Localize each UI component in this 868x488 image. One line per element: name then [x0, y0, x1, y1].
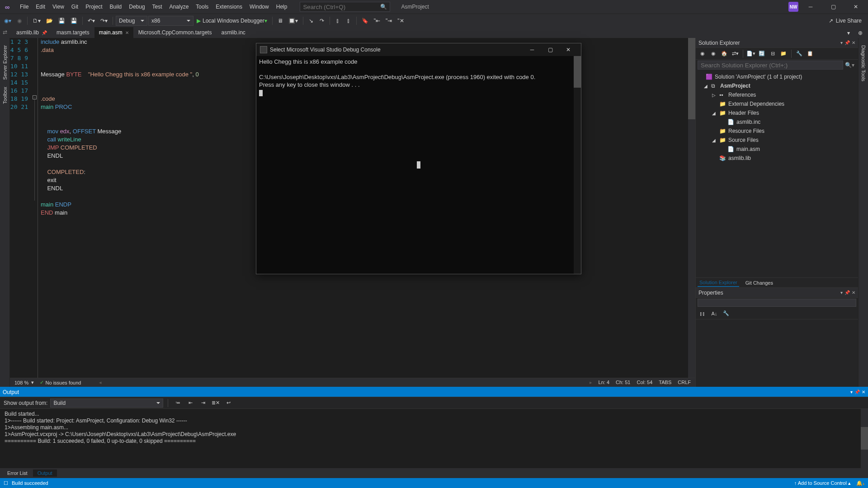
console-output[interactable]: Hello Chegg this is x86 example code C:\… — [256, 56, 581, 274]
console-vscrollbar[interactable] — [574, 56, 581, 274]
solution-search[interactable]: 🔍▾ — [696, 60, 858, 70]
tree-solution-node[interactable]: 🟪Solution 'AsmProject' (1 of 1 project) — [696, 72, 858, 81]
nav-back-button[interactable]: ◉▾ — [2, 16, 14, 26]
minimize-button[interactable]: ─ — [800, 0, 821, 14]
switch-views-icon[interactable]: ⇄▾ — [730, 49, 740, 59]
tab-main-asm[interactable]: main.asm✕ — [94, 27, 133, 38]
line-ending-label[interactable]: CRLF — [678, 380, 691, 385]
toolbox-tab[interactable]: Toolbox — [1, 83, 9, 108]
preview-icon[interactable]: 📋 — [805, 49, 815, 59]
panel-close-icon[interactable]: ✕ — [852, 290, 855, 295]
tree-resources-node[interactable]: 📁Resource Files — [696, 127, 858, 136]
console-close-button[interactable]: ✕ — [559, 43, 577, 56]
panel-dropdown-icon[interactable]: ▾ — [850, 389, 853, 394]
home-icon[interactable]: 🏠 — [719, 49, 729, 59]
menu-file[interactable]: File — [16, 4, 32, 10]
categorize-icon[interactable]: ⫿⫿ — [698, 309, 708, 319]
start-debug-button[interactable]: ▶ Local Windows Debugger ▾ — [194, 16, 269, 26]
browser-button[interactable]: 🖥 — [275, 16, 285, 26]
source-control-button[interactable]: ↑ Add to Source Control ▴ — [794, 480, 851, 486]
menu-git[interactable]: Git — [68, 4, 82, 10]
bookmark-clear-icon[interactable]: "✕ — [395, 16, 406, 26]
filter-icon[interactable]: 📄▾ — [746, 49, 756, 59]
menu-test[interactable]: Test — [149, 4, 166, 10]
tree-asmlib-inc-node[interactable]: 📄asmlib.inc — [696, 117, 858, 127]
solution-search-input[interactable] — [698, 61, 843, 70]
diagnostic-tools-tab[interactable]: Diagnostic Tools — [860, 42, 867, 85]
find-message-icon[interactable]: ≔ — [173, 398, 183, 408]
output-vscrollbar[interactable] — [861, 409, 868, 468]
panel-close-icon[interactable]: ✕ — [862, 389, 865, 394]
fwd-nav-icon[interactable]: ◉ — [708, 49, 718, 59]
step-over-icon[interactable]: ↷ — [317, 16, 327, 26]
panel-dropdown-icon[interactable]: ▾ — [840, 40, 843, 45]
tree-sources-node[interactable]: ◢📁Source Files — [696, 136, 858, 145]
output-tab[interactable]: Output — [33, 469, 57, 477]
output-source-dropdown[interactable]: Build — [50, 399, 163, 408]
menu-analyze[interactable]: Analyze — [166, 4, 193, 10]
maximize-button[interactable]: ▢ — [823, 0, 844, 14]
word-wrap-icon[interactable]: ↩ — [223, 398, 233, 408]
undo-button[interactable]: ↶▾ — [85, 16, 97, 26]
tree-headers-node[interactable]: ◢📁Header Files — [696, 108, 858, 117]
account-avatar[interactable]: NW — [788, 2, 798, 12]
collapse-all-icon[interactable]: ⊟ — [768, 49, 778, 59]
tab-masm-targets[interactable]: masm.targets — [52, 27, 94, 38]
output-text[interactable]: Build started... 1>------ Build started:… — [0, 409, 868, 468]
step-into-icon[interactable]: ↘ — [306, 16, 316, 26]
editor-vscrollbar[interactable] — [688, 38, 695, 378]
clear-output-icon[interactable]: ≣✕ — [211, 398, 221, 408]
prev-message-icon[interactable]: ⇤ — [185, 398, 195, 408]
new-project-button[interactable]: 🗋▾ — [30, 16, 43, 26]
save-all-button[interactable]: 💾 — [68, 16, 80, 26]
bookmark-prev-icon[interactable]: "⇤ — [372, 16, 382, 26]
search-input[interactable] — [303, 4, 380, 10]
notifications-icon[interactable]: 🔔₁ — [856, 480, 864, 486]
properties-icon[interactable]: 🔧 — [794, 49, 804, 59]
tab-cppcommon-targets[interactable]: Microsoft.CppCommon.targets — [134, 27, 217, 38]
tree-project-node[interactable]: ◢⧉AsmProject — [696, 81, 858, 90]
tree-extdeps-node[interactable]: 📁External Dependencies — [696, 99, 858, 108]
property-pages-icon[interactable]: 🔧 — [721, 309, 731, 319]
redo-button[interactable]: ↷▾ — [98, 16, 110, 26]
panel-pin-icon[interactable]: 📌 — [844, 40, 850, 45]
open-file-button[interactable]: 📂 — [44, 16, 55, 26]
next-message-icon[interactable]: ⇥ — [198, 398, 208, 408]
panel-dropdown-icon[interactable]: ▾ — [840, 290, 843, 295]
tree-main-asm-node[interactable]: 📄main.asm — [696, 145, 858, 154]
menu-edit[interactable]: Edit — [32, 4, 49, 10]
live-share-button[interactable]: ↗ Live Share — [824, 18, 866, 24]
console-minimize-button[interactable]: ─ — [523, 43, 541, 56]
toggle-1-button[interactable]: ⫿ — [333, 16, 343, 26]
tab-close-icon[interactable]: ✕ — [125, 30, 129, 35]
quick-search[interactable]: 🔍 — [300, 2, 390, 12]
error-list-tab[interactable]: Error List — [3, 469, 32, 477]
panel-close-icon[interactable]: ✕ — [852, 40, 855, 45]
bookmark-icon[interactable]: 🔖 — [359, 16, 371, 26]
property-object-dropdown[interactable] — [698, 299, 856, 307]
config-dropdown[interactable]: Debug — [116, 16, 147, 26]
menu-project[interactable]: Project — [82, 4, 106, 10]
back-nav-icon[interactable]: ◉ — [698, 49, 708, 59]
fold-toggle-icon[interactable]: - — [33, 95, 37, 99]
tabs-label[interactable]: TABS — [659, 380, 671, 385]
nav-fwd-button[interactable]: ◉ — [14, 16, 24, 26]
tab-dropdown-icon[interactable]: ▾ — [844, 28, 854, 38]
git-changes-tab[interactable]: Git Changes — [744, 279, 775, 286]
toggle-2-button[interactable]: ⫿ — [344, 16, 354, 26]
menu-build[interactable]: Build — [106, 4, 126, 10]
show-all-icon[interactable]: 📁 — [778, 49, 788, 59]
menu-help[interactable]: Help — [273, 4, 291, 10]
pin-icon[interactable]: 📌 — [42, 30, 47, 35]
menu-debug[interactable]: Debug — [125, 4, 148, 10]
tab-asmlib-inc[interactable]: asmlib.inc — [217, 27, 250, 38]
zoom-dropdown[interactable]: 108 % — [14, 380, 28, 385]
alphabetical-icon[interactable]: A↓ — [709, 309, 719, 319]
platform-dropdown[interactable]: x86 — [148, 16, 193, 26]
console-maximize-button[interactable]: ▢ — [541, 43, 559, 56]
tab-add-icon[interactable]: ⊕ — [855, 28, 865, 38]
console-titlebar[interactable]: Select Microsoft Visual Studio Debug Con… — [256, 43, 581, 56]
server-explorer-tab[interactable]: Server Explorer — [1, 42, 9, 83]
panel-pin-icon[interactable]: 📌 — [844, 290, 850, 295]
save-button[interactable]: 💾 — [56, 16, 67, 26]
